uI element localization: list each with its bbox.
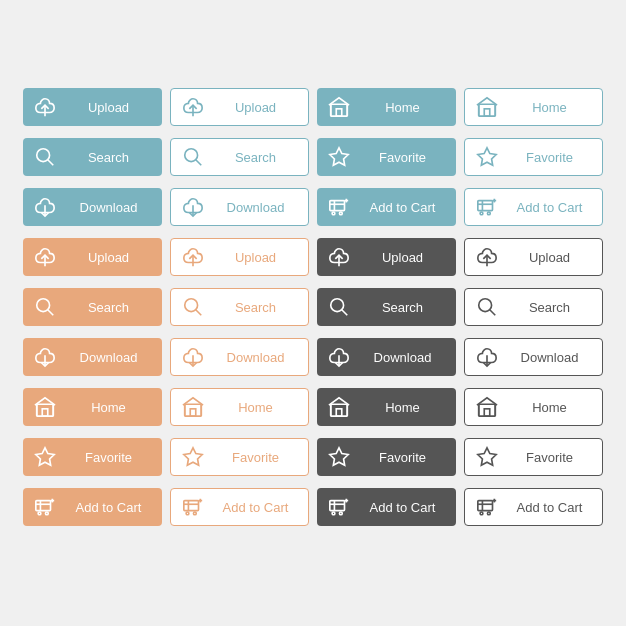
button-label: Upload bbox=[359, 250, 446, 265]
btn-home-dark-outline[interactable]: Home bbox=[464, 388, 603, 426]
svg-rect-2 bbox=[331, 104, 348, 116]
cart-icon bbox=[475, 495, 499, 519]
btn-star-dark-outline[interactable]: Favorite bbox=[464, 438, 603, 476]
download-icon bbox=[181, 345, 205, 369]
search-icon bbox=[181, 145, 205, 169]
home-icon bbox=[327, 95, 351, 119]
btn-search-orange[interactable]: Search bbox=[23, 288, 162, 326]
btn-download-dark-outline[interactable]: Download bbox=[464, 338, 603, 376]
btn-search-dark[interactable]: Search bbox=[317, 288, 456, 326]
svg-rect-48 bbox=[37, 404, 54, 416]
btn-upload-orange-outline[interactable]: Upload bbox=[170, 238, 309, 276]
btn-home-dark[interactable]: Home bbox=[317, 388, 456, 426]
button-row-2: Download Download Add to Cart Add to Car… bbox=[23, 188, 603, 226]
button-label: Favorite bbox=[507, 150, 592, 165]
btn-home-teal[interactable]: Home bbox=[317, 88, 456, 126]
svg-marker-15 bbox=[478, 148, 496, 165]
btn-home-orange[interactable]: Home bbox=[23, 388, 162, 426]
btn-home-orange-outline[interactable]: Home bbox=[170, 388, 309, 426]
svg-rect-52 bbox=[185, 404, 202, 416]
btn-star-dark[interactable]: Favorite bbox=[317, 438, 456, 476]
svg-line-37 bbox=[48, 310, 54, 316]
btn-upload-teal[interactable]: Upload bbox=[23, 88, 162, 126]
btn-home-teal-outline[interactable]: Home bbox=[464, 88, 603, 126]
svg-point-12 bbox=[185, 149, 198, 162]
button-row-7: Favorite Favorite Favorite Favorite bbox=[23, 438, 603, 476]
button-label: Download bbox=[65, 350, 152, 365]
upload-icon bbox=[475, 245, 499, 269]
button-label: Home bbox=[507, 400, 592, 415]
svg-point-71 bbox=[38, 512, 41, 515]
cart-icon bbox=[327, 495, 351, 519]
btn-download-orange-outline[interactable]: Download bbox=[170, 338, 309, 376]
btn-upload-dark-outline[interactable]: Upload bbox=[464, 238, 603, 276]
search-icon bbox=[33, 145, 57, 169]
download-icon bbox=[475, 345, 499, 369]
svg-line-41 bbox=[342, 310, 348, 316]
btn-star-teal[interactable]: Favorite bbox=[317, 138, 456, 176]
button-label: Download bbox=[213, 350, 298, 365]
svg-rect-89 bbox=[478, 501, 493, 511]
svg-rect-75 bbox=[184, 501, 199, 511]
download-icon bbox=[327, 345, 351, 369]
btn-search-orange-outline[interactable]: Search bbox=[170, 288, 309, 326]
search-icon bbox=[181, 295, 205, 319]
button-label: Home bbox=[359, 400, 446, 415]
button-label: Favorite bbox=[359, 450, 446, 465]
svg-rect-82 bbox=[330, 501, 345, 511]
button-label: Download bbox=[359, 350, 446, 365]
svg-rect-56 bbox=[331, 404, 348, 416]
btn-download-dark[interactable]: Download bbox=[317, 338, 456, 376]
btn-cart-teal[interactable]: Add to Cart bbox=[317, 188, 456, 226]
svg-rect-6 bbox=[479, 104, 496, 116]
button-label: Home bbox=[359, 100, 446, 115]
star-icon bbox=[33, 445, 57, 469]
cart-icon bbox=[327, 195, 351, 219]
upload-icon bbox=[33, 245, 57, 269]
btn-star-orange[interactable]: Favorite bbox=[23, 438, 162, 476]
btn-download-teal-outline[interactable]: Download bbox=[170, 188, 309, 226]
svg-point-21 bbox=[332, 212, 335, 215]
button-label: Add to Cart bbox=[65, 500, 152, 515]
button-label: Upload bbox=[507, 250, 592, 265]
svg-line-39 bbox=[196, 310, 202, 316]
button-label: Download bbox=[65, 200, 152, 215]
svg-point-85 bbox=[332, 512, 335, 515]
star-icon bbox=[327, 445, 351, 469]
svg-rect-60 bbox=[479, 404, 496, 416]
btn-search-teal-outline[interactable]: Search bbox=[170, 138, 309, 176]
download-icon bbox=[33, 195, 57, 219]
svg-marker-14 bbox=[330, 148, 348, 165]
search-icon bbox=[33, 295, 57, 319]
svg-point-28 bbox=[480, 212, 483, 215]
btn-upload-teal-outline[interactable]: Upload bbox=[170, 88, 309, 126]
button-row-4: Search Search Search Search bbox=[23, 288, 603, 326]
svg-rect-68 bbox=[36, 501, 51, 511]
cart-icon bbox=[475, 195, 499, 219]
btn-star-teal-outline[interactable]: Favorite bbox=[464, 138, 603, 176]
download-icon bbox=[33, 345, 57, 369]
button-label: Download bbox=[507, 350, 592, 365]
star-icon bbox=[327, 145, 351, 169]
svg-rect-3 bbox=[336, 109, 342, 116]
btn-cart-orange-outline[interactable]: Add to Cart bbox=[170, 488, 309, 526]
button-row-1: Search Search Favorite Favorite bbox=[23, 138, 603, 176]
button-label: Favorite bbox=[213, 450, 298, 465]
button-label: Add to Cart bbox=[507, 200, 592, 215]
star-icon bbox=[181, 445, 205, 469]
button-label: Search bbox=[65, 300, 152, 315]
btn-download-orange[interactable]: Download bbox=[23, 338, 162, 376]
btn-download-teal[interactable]: Download bbox=[23, 188, 162, 226]
btn-upload-dark[interactable]: Upload bbox=[317, 238, 456, 276]
btn-cart-dark[interactable]: Add to Cart bbox=[317, 488, 456, 526]
search-icon bbox=[327, 295, 351, 319]
cart-icon bbox=[181, 495, 205, 519]
btn-cart-orange[interactable]: Add to Cart bbox=[23, 488, 162, 526]
svg-point-40 bbox=[331, 299, 344, 312]
btn-cart-teal-outline[interactable]: Add to Cart bbox=[464, 188, 603, 226]
btn-upload-orange[interactable]: Upload bbox=[23, 238, 162, 276]
btn-cart-dark-outline[interactable]: Add to Cart bbox=[464, 488, 603, 526]
btn-search-dark-outline[interactable]: Search bbox=[464, 288, 603, 326]
btn-star-orange-outline[interactable]: Favorite bbox=[170, 438, 309, 476]
btn-search-teal[interactable]: Search bbox=[23, 138, 162, 176]
